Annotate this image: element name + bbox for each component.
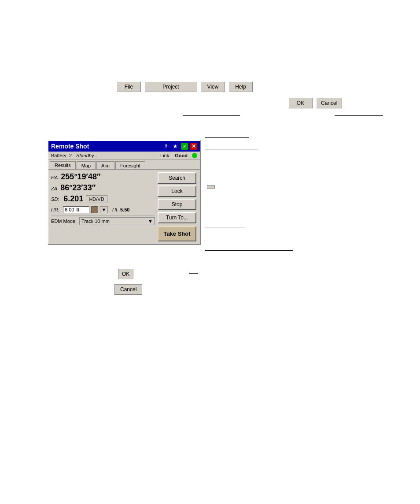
underline-7 [189, 273, 198, 274]
ha-label: HA: [51, 175, 59, 180]
underline-6 [205, 250, 293, 251]
tab-map[interactable]: Map [77, 161, 96, 169]
take-shot-button[interactable]: Take Shot [158, 226, 196, 241]
link-indicator [192, 153, 197, 158]
edm-dropdown-icon: ▼ [148, 219, 153, 224]
star-icon[interactable]: ★ [172, 143, 179, 150]
search-button[interactable]: Search [158, 172, 196, 184]
ha-value: 255°19′48″ [61, 172, 100, 182]
hr-label: HR: [51, 207, 59, 212]
toolbar-btn-cancel[interactable]: Cancel [316, 98, 342, 108]
sd-label: SD: [51, 196, 59, 202]
dialog-title: Remote Shot [51, 143, 89, 150]
za-row: ZA: 86°23′33″ [51, 183, 155, 193]
hi-value: 5.50 [120, 207, 129, 212]
edm-select[interactable]: Track 10 mm ▼ [79, 217, 155, 225]
hd-vd-button[interactable]: HD/VD [86, 195, 107, 203]
bottom-ok-button[interactable]: OK [118, 269, 133, 279]
za-value: 86°23′33″ [60, 183, 96, 193]
underline-3 [205, 137, 249, 138]
toolbar-btn-ok[interactable]: OK [288, 98, 313, 108]
hr-row: HR: ▼ HI: 5.50 [51, 206, 155, 213]
hr-dropdown[interactable]: ▼ [100, 206, 108, 213]
toolbar-btn-view[interactable]: View [201, 82, 225, 92]
underline-4 [205, 149, 258, 149]
remote-shot-dialog: Remote Shot ? ★ ✓ ✕ Battery: 2 Standby..… [48, 140, 201, 245]
sd-value: 6.201 [63, 194, 83, 204]
ha-row: HA: 255°19′48″ [51, 172, 155, 182]
dialog-content: HA: 255°19′48″ ZA: 86°23′33″ SD: 6.201 H… [48, 170, 200, 244]
link-label: Link: [160, 153, 170, 158]
dialog-right-buttons: Search Lock Stop Turn To... Take Shot [158, 172, 197, 241]
hr-input[interactable] [63, 206, 89, 213]
dialog-tabs: Results Map Aim Foresight [48, 160, 200, 170]
underline-5 [205, 227, 244, 227]
right-box-1[interactable] [207, 185, 215, 189]
za-label: ZA: [51, 186, 59, 191]
edm-label: EDM Mode: [51, 219, 77, 224]
dialog-titlebar: Remote Shot ? ★ ✓ ✕ [48, 141, 200, 152]
toolbar-btn-file[interactable]: File [117, 82, 141, 92]
check-icon[interactable]: ✓ [181, 143, 188, 150]
bottom-cancel-button[interactable]: Cancel [114, 284, 142, 295]
tab-aim[interactable]: Aim [96, 161, 114, 169]
battery-label: Battery: 2 [51, 153, 72, 158]
underline-2 [335, 115, 383, 116]
stop-button[interactable]: Stop [158, 199, 196, 210]
tab-foresight[interactable]: Foresight [115, 161, 145, 169]
hi-label: HI: [112, 207, 118, 212]
underline-1 [183, 115, 240, 116]
top-toolbar: File Project View Help [117, 82, 253, 92]
titlebar-icons: ? ★ ✓ ✕ [162, 143, 197, 150]
edm-value: Track 10 mm [81, 219, 110, 224]
close-icon[interactable]: ✕ [190, 143, 197, 150]
help-icon[interactable]: ? [162, 143, 169, 150]
dialog-statusbar: Battery: 2 Standby... Link: Good [48, 152, 200, 160]
sd-row: SD: 6.201 HD/VD [51, 194, 155, 204]
edm-row: EDM Mode: Track 10 mm ▼ [51, 215, 155, 225]
hr-icon [91, 206, 98, 213]
lock-button[interactable]: Lock [158, 185, 196, 197]
toolbar-btn-help[interactable]: Help [228, 82, 253, 92]
standby-label: Standby... [76, 153, 98, 158]
toolbar-btn-project[interactable]: Project [144, 82, 197, 92]
turn-to-button[interactable]: Turn To... [158, 212, 196, 223]
dialog-main: HA: 255°19′48″ ZA: 86°23′33″ SD: 6.201 H… [51, 172, 155, 241]
top-right-buttons: OK Cancel [288, 98, 342, 108]
link-status: Good [175, 153, 188, 158]
tab-results[interactable]: Results [50, 161, 76, 169]
